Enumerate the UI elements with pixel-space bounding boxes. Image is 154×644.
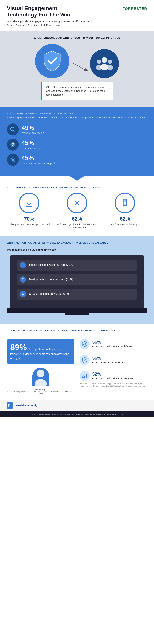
forrester-brand: FORRESTER: [122, 6, 147, 11]
num-badge-2: 2: [20, 276, 26, 283]
svg-point-2: [102, 57, 107, 63]
stat-row-49: 49% website navigation: [7, 124, 147, 136]
methodology-label: Methodology Source: A study conducted by…: [7, 388, 75, 395]
section5-label: WITH THE RIGHT CAPABILITIES, VISUAL ENGA…: [7, 242, 147, 244]
big-callout: 89% of CX professionals plan on investin…: [7, 339, 75, 364]
stat-desc-62-mobile: don't support mobile apps: [111, 223, 139, 226]
svg-rect-35: [86, 374, 87, 378]
svg-line-9: [13, 130, 15, 132]
laptop-item-3: 3 Support multiple browsers (29%): [17, 288, 137, 300]
laptop-item-2: 2 Mask private or personal data (31%): [17, 274, 137, 285]
right-stat-row-52: 52% expect improved customer experience: [79, 371, 147, 381]
footer-link[interactable]: Read the full study: [16, 404, 37, 407]
stat-desc-45-cs: customer service: [22, 147, 42, 150]
satisfaction-icon: [79, 339, 90, 349]
header-section: Visual Engagement Technology For The Win…: [0, 0, 154, 31]
section3-heading: Visual engagement (video, screen share, …: [7, 116, 147, 120]
section2-heading: Organizations Are Challenged To Meet Top…: [7, 36, 147, 40]
svg-rect-34: [84, 376, 85, 378]
stat-card-62-mobile: 62% don't support mobile apps: [103, 193, 147, 230]
x-icon: [67, 193, 87, 213]
page-title: Visual Engagement Technology For The Win: [7, 5, 96, 18]
svg-point-4: [97, 60, 101, 64]
stat-desc-62-agent: don't have agent restrictions to improve…: [55, 223, 99, 230]
svg-line-17: [11, 158, 12, 158]
left-col: 89% of CX professionals plan on investin…: [7, 339, 75, 395]
base-note: Base: 300 customer experience and suppor…: [79, 382, 147, 387]
bottom-two-col: 89% of CX professionals plan on investin…: [7, 339, 147, 395]
svg-point-5: [96, 65, 102, 70]
divider-arrow-1: [69, 176, 85, 181]
stat-pct-56-trust: 56%: [92, 356, 126, 361]
source-text: Source: A study conducted by Forrester C…: [7, 390, 74, 395]
section-visual-engagement: VISUAL ENGAGEMENT SOLVES TOP CX CHALLENG…: [0, 107, 154, 176]
svg-line-1: [73, 63, 85, 70]
right-stat-56-sat-text: 56% expect improved customer satisfactio…: [92, 340, 133, 348]
svg-point-29: [35, 379, 47, 386]
right-col: 56% expect improved customer satisfactio…: [79, 339, 147, 395]
document-icon: [7, 402, 13, 408]
stat-pct-62-mobile: 62%: [120, 216, 130, 222]
stat-pct-45-cs: 45%: [22, 140, 42, 147]
svg-rect-33: [82, 377, 83, 378]
right-stat-52-text: 52% expect improved customer experience: [92, 372, 133, 380]
section-investment: COMPANIES INCREASE INVESTMENT IN VISUAL …: [0, 324, 154, 400]
svg-rect-25: [123, 199, 127, 206]
svg-point-7: [107, 65, 113, 70]
stat-pct-70: 70%: [24, 216, 34, 222]
right-stat-56-trust-text: 56% expect increased customer trust: [92, 356, 126, 364]
stat-pct-62-agent: 62%: [72, 216, 82, 222]
stat-desc-49: website navigation: [22, 132, 44, 135]
download-icon: [19, 193, 39, 213]
section6-label: COMPANIES INCREASE INVESTMENT IN VISUAL …: [7, 329, 147, 332]
laptop-item-text-3: Support multiple browsers (29%): [29, 292, 69, 296]
stat-row-45-cs: ? 45% customer service: [7, 138, 147, 150]
stat-combo-45-wr: 45% warranty and repair support: [22, 154, 55, 165]
gear-icon-circle: [7, 154, 19, 166]
svg-point-32: [85, 343, 86, 344]
laptop-stand: [65, 313, 89, 315]
stat-pct-49: 49%: [22, 124, 44, 132]
stat-desc-56-sat: expect improved customer satisfaction: [92, 345, 133, 348]
person-icon: [32, 368, 49, 386]
svg-line-19: [14, 158, 14, 158]
footer-section: Read the full study: [0, 400, 154, 411]
callout-box: CX professionals' top priorities — creat…: [41, 82, 113, 100]
laptop-base: [7, 308, 147, 313]
question-icon-circle: ?: [7, 138, 19, 150]
section-organizations: Organizations Are Challenged To Meet Top…: [0, 31, 154, 107]
stat-desc-56-trust: expect increased customer trust: [92, 361, 126, 364]
svg-point-12: [12, 158, 14, 161]
laptop-item-1: 1 Initiate sessions within an app (35%): [17, 260, 137, 271]
copyright-text: © 2020 Forrester Research, Inc. All righ…: [30, 413, 124, 416]
stat-desc-70: still require a software or app download: [8, 223, 50, 226]
stat-desc-52: expect improved customer experience: [92, 377, 133, 380]
chart-icon: [79, 371, 90, 381]
header-subtitle: How The Right Visual Engagement Technolo…: [7, 20, 96, 27]
three-col-stats: 70% still require a software or app down…: [7, 193, 147, 230]
section-capabilities: WITH THE RIGHT CAPABILITIES, VISUAL ENGA…: [0, 236, 154, 324]
svg-line-18: [14, 161, 14, 162]
diagonal-arrow: [69, 61, 90, 72]
callout-pct: 89%: [10, 343, 27, 352]
right-stat-row-56-sat: 56% expect improved customer satisfactio…: [79, 339, 147, 352]
svg-point-6: [108, 60, 112, 64]
stat-desc-45-wr: warranty and repair support: [22, 162, 55, 165]
svg-point-30: [82, 342, 87, 346]
right-stat-row-56-trust: 56% expect increased customer trust: [79, 355, 147, 368]
section5-heading: Top features of a visual engagement tool…: [7, 248, 147, 251]
section3-label: VISUAL ENGAGEMENT SOLVES TOP CX CHALLENG…: [7, 112, 147, 115]
num-badge-1: 1: [20, 262, 26, 268]
callout-text: CX professionals' top priorities — creat…: [46, 85, 109, 97]
shield-icon: [35, 44, 69, 78]
stat-combo-49: 49% website navigation: [22, 124, 44, 135]
forrester-logo: FORRESTER: [122, 5, 147, 11]
trust-icon: [79, 355, 90, 365]
stat-pct-56-sat: 56%: [92, 340, 133, 345]
stat-card-70: 70% still require a software or app down…: [7, 193, 51, 230]
section4-label: BUT COMPANIES' CURRENT TOOLS LACK FEATUR…: [7, 186, 147, 188]
stat-pct-45-wr: 45%: [22, 154, 55, 162]
laptop-item-text-1: Initiate sessions within an app (35%): [29, 263, 74, 267]
svg-line-20: [11, 161, 12, 162]
num-badge-3: 3: [20, 291, 26, 297]
